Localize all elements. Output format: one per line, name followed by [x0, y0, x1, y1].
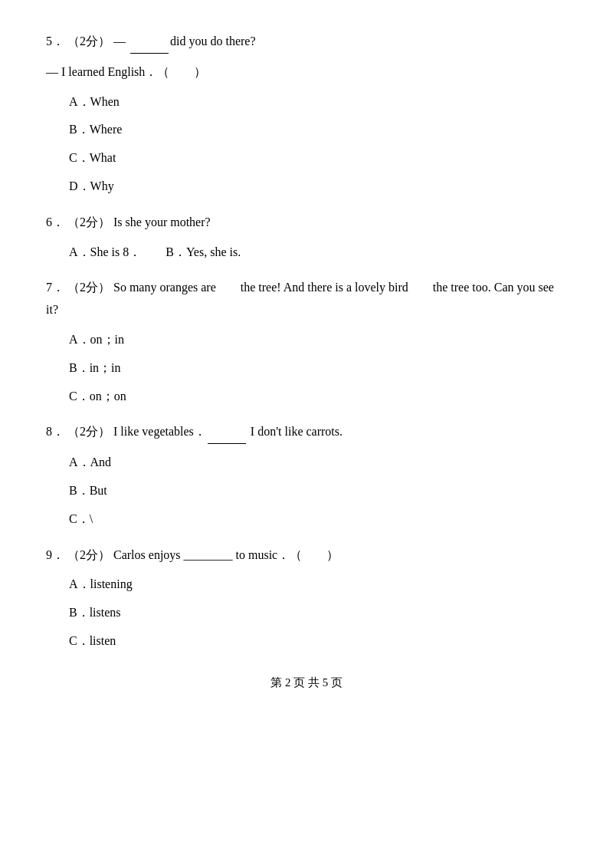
q9-option-b[interactable]: B．listens	[69, 602, 567, 624]
q5-sub-text: — I learned English．（ ）	[46, 61, 567, 84]
question-7: 7． （2分） So many oranges are the tree! An…	[46, 277, 567, 407]
q5-option-c[interactable]: C．What	[69, 147, 567, 169]
q9-points: （2分）	[67, 548, 110, 561]
q6-points: （2分）	[67, 215, 110, 229]
question-8-title: 8． （2分） I like vegetables． I don't like …	[46, 421, 567, 444]
q5-option-a[interactable]: A．When	[69, 91, 567, 113]
question-7-title: 7． （2分） So many oranges are the tree! An…	[46, 277, 567, 321]
question-8: 8． （2分） I like vegetables． I don't like …	[46, 421, 567, 530]
q7-points: （2分）	[67, 281, 110, 294]
q5-points: （2分）	[67, 35, 110, 48]
q5-text: — did you do there?	[113, 35, 256, 48]
q6-text: Is she your mother?	[113, 215, 211, 229]
q7-option-a[interactable]: A．on；in	[69, 329, 567, 351]
q5-option-d[interactable]: D．Why	[69, 176, 567, 198]
q8-option-a[interactable]: A．And	[69, 452, 567, 474]
q7-option-c[interactable]: C．on；on	[69, 386, 567, 408]
question-9: 9． （2分） Carlos enjoys ________ to music．…	[46, 544, 567, 653]
q6-number: 6．	[46, 215, 64, 229]
question-6-title: 6． （2分） Is she your mother?	[46, 212, 567, 234]
q7-option-b[interactable]: B．in；in	[69, 357, 567, 380]
page-footer: 第 2 页 共 5 页	[46, 676, 567, 690]
q7-text: So many oranges are the tree! And there …	[46, 281, 554, 316]
q9-option-a[interactable]: A．listening	[69, 574, 567, 596]
question-6: 6． （2分） Is she your mother? A．She is 8． …	[46, 212, 567, 264]
q9-text: Carlos enjoys ________ to music．（ ）	[113, 548, 339, 561]
q8-option-b[interactable]: B．But	[69, 480, 567, 502]
footer-text: 第 2 页 共 5 页	[270, 676, 343, 689]
q6-option-a[interactable]: A．She is 8． B．Yes, she is.	[69, 242, 567, 264]
q8-points: （2分）	[67, 425, 110, 438]
q8-text: I like vegetables． I don't like carrots.	[113, 425, 343, 438]
q5-number: 5．	[46, 35, 64, 48]
q8-option-c[interactable]: C．\	[69, 508, 567, 531]
q8-number: 8．	[46, 425, 64, 438]
q9-number: 9．	[46, 548, 64, 561]
question-5: 5． （2分） — did you do there? — I learned …	[46, 31, 567, 198]
q9-option-c[interactable]: C．listen	[69, 630, 567, 653]
q7-number: 7．	[46, 281, 64, 294]
question-5-title: 5． （2分） — did you do there?	[46, 31, 567, 54]
q5-option-b[interactable]: B．Where	[69, 119, 567, 141]
question-9-title: 9． （2分） Carlos enjoys ________ to music．…	[46, 544, 567, 567]
